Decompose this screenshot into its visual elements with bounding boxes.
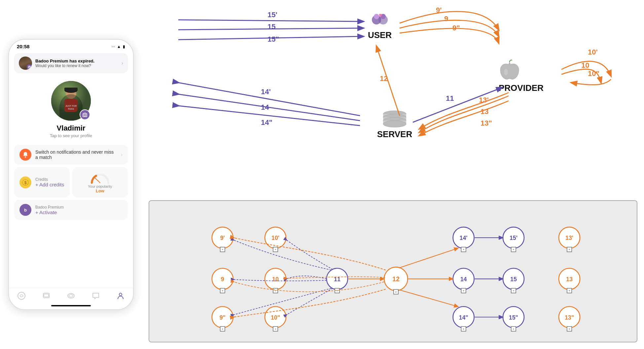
- svg-point-21: [69, 294, 73, 297]
- svg-text:+: +: [513, 248, 515, 251]
- notification-text: Badoo Premium has expired. Would you lik…: [35, 58, 118, 68]
- svg-text:+: +: [222, 327, 224, 331]
- bell-icon: [19, 149, 31, 161]
- status-bar: 20:58 ··· ▲ ▮: [9, 40, 133, 51]
- svg-rect-19: [44, 294, 49, 297]
- home-bar: [51, 305, 91, 306]
- server-group: SERVER: [377, 111, 412, 139]
- popularity-value: Low: [96, 188, 104, 193]
- premium-icon: b: [19, 204, 31, 216]
- credits-action: + Add credits: [35, 182, 64, 187]
- diagram-area: USER PROVIDER SERVER: [142, 0, 644, 349]
- svg-text:13': 13': [479, 96, 489, 104]
- premium-label: Badoo Premium: [35, 205, 123, 210]
- svg-text:+: +: [274, 248, 276, 251]
- premium-menu-item[interactable]: b Badoo Premium + Activate: [14, 200, 128, 220]
- notification-banner[interactable]: b Badoo Premium has expired. Would you l…: [14, 53, 128, 73]
- avatar: b: [19, 57, 32, 70]
- profile-section[interactable]: JUST FOR FANS Vladimir Tap to see your p…: [9, 76, 133, 141]
- svg-rect-6: [64, 88, 78, 90]
- svg-text:$: $: [24, 180, 27, 185]
- svg-text:15': 15': [268, 11, 277, 19]
- svg-line-137: [399, 290, 458, 307]
- nav-chat[interactable]: [91, 291, 100, 300]
- nav-profile[interactable]: [116, 291, 125, 300]
- home-indicator: [9, 302, 133, 309]
- svg-text:10": 10": [271, 314, 280, 321]
- popularity-menu-item[interactable]: Your popularity Low: [72, 167, 128, 197]
- nav-cards[interactable]: [42, 291, 51, 300]
- svg-text:11: 11: [446, 94, 454, 102]
- svg-text:9": 9": [452, 24, 460, 32]
- profile-name: Vladimir: [57, 124, 86, 133]
- notifications-text: Switch on notifications and never miss a…: [35, 149, 117, 160]
- svg-line-38: [178, 20, 363, 21]
- premium-action: + Activate: [35, 210, 123, 215]
- svg-text:+: +: [274, 289, 276, 292]
- svg-point-20: [68, 293, 74, 298]
- credits-label: Credits: [35, 177, 64, 182]
- phone-device: 20:58 ··· ▲ ▮ b Badoo Premium has expire…: [8, 39, 134, 310]
- svg-point-10: [84, 114, 86, 116]
- svg-text:10': 10': [271, 235, 279, 241]
- svg-text:14: 14: [460, 276, 467, 283]
- user-group-icon: USER: [368, 14, 392, 40]
- svg-text:15: 15: [268, 22, 275, 31]
- svg-point-28: [504, 69, 508, 75]
- wifi-icon: ▲: [117, 44, 121, 49]
- svg-text:9': 9': [436, 6, 442, 14]
- nav-explore[interactable]: [17, 291, 26, 300]
- svg-text:SERVER: SERVER: [377, 129, 412, 139]
- notification-subtitle: Would you like to renew it now?: [35, 63, 118, 68]
- notifications-menu-item[interactable]: Switch on notifications and never miss a…: [14, 145, 128, 165]
- svg-text:10': 10': [588, 48, 598, 56]
- state-machine-box: 9' + 10' + 14' + 15' + 13' +: [149, 200, 637, 342]
- svg-line-46: [178, 94, 360, 121]
- svg-text:9": 9": [220, 314, 226, 321]
- svg-text:+: +: [463, 289, 465, 292]
- svg-text:10": 10": [588, 69, 599, 78]
- svg-text:+: +: [568, 248, 570, 251]
- svg-text:12: 12: [392, 275, 400, 283]
- clock: 20:58: [17, 44, 29, 49]
- svg-line-136: [399, 248, 458, 268]
- camera-icon[interactable]: [80, 109, 90, 120]
- svg-text:15: 15: [510, 276, 517, 283]
- credits-menu-item[interactable]: $ Credits + Add credits: [14, 167, 70, 197]
- flow-diagram-svg: USER PROVIDER SERVER: [149, 3, 637, 172]
- svg-text:+: +: [274, 327, 276, 331]
- svg-rect-7: [64, 99, 78, 112]
- svg-text:13": 13": [481, 119, 492, 127]
- svg-point-22: [119, 293, 122, 296]
- profile-avatar[interactable]: JUST FOR FANS: [51, 81, 91, 121]
- svg-text:+: +: [395, 290, 397, 294]
- bottom-nav: [9, 288, 133, 302]
- phone-wrapper: 20:58 ··· ▲ ▮ b Badoo Premium has expire…: [0, 0, 142, 349]
- chevron-right-icon: ›: [121, 152, 123, 158]
- svg-text:+: +: [513, 289, 515, 292]
- credits-text: Credits + Add credits: [35, 177, 64, 187]
- credits-popularity-row: $ Credits + Add credits: [14, 167, 128, 197]
- svg-text:FANS: FANS: [68, 108, 74, 110]
- svg-text:+: +: [463, 248, 465, 251]
- svg-text:JUST FOR: JUST FOR: [65, 105, 77, 107]
- dots-icon: ···: [112, 44, 115, 49]
- svg-point-36: [383, 121, 406, 127]
- notifications-label: Switch on notifications and never miss a…: [35, 149, 117, 160]
- svg-text:PROVIDER: PROVIDER: [499, 83, 544, 93]
- provider-group: PROVIDER: [499, 60, 544, 93]
- nav-encounters[interactable]: [67, 291, 75, 300]
- svg-point-25: [374, 14, 379, 19]
- svg-text:b: b: [24, 208, 27, 213]
- popularity-label: Your popularity: [88, 184, 112, 188]
- svg-line-14: [94, 177, 100, 183]
- svg-text:15": 15": [268, 35, 279, 43]
- svg-text:15': 15': [510, 235, 518, 241]
- svg-text:+: +: [568, 289, 570, 292]
- svg-text:9: 9: [221, 276, 224, 283]
- svg-text:b: b: [29, 66, 30, 68]
- status-icons: ··· ▲ ▮: [112, 44, 125, 49]
- gauge: [90, 171, 110, 184]
- svg-text:14": 14": [261, 118, 272, 127]
- svg-text:+: +: [513, 327, 515, 331]
